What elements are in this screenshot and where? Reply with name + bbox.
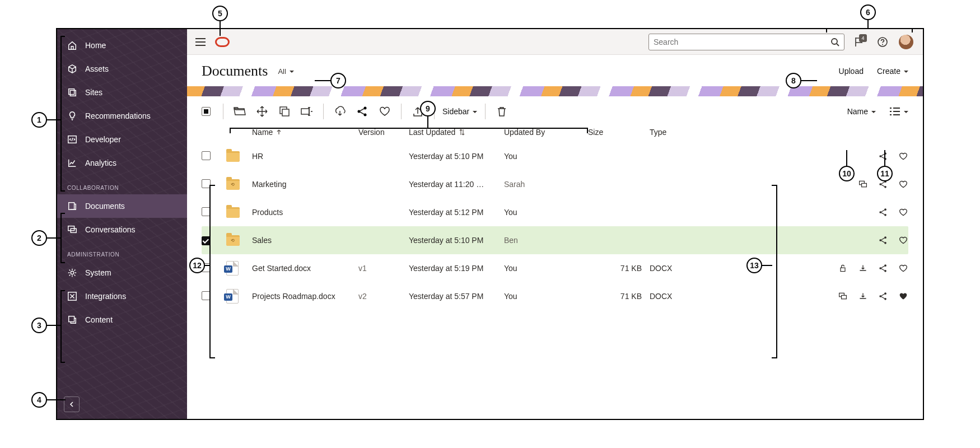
sidebar-item-analytics[interactable]: Analytics <box>57 151 187 175</box>
row-download-button[interactable] <box>858 263 868 273</box>
layers-icon <box>67 87 77 97</box>
sidebar-item-system[interactable]: System <box>57 261 187 284</box>
table-row[interactable]: W Projects Roadmap.docx v2 Yesterday at … <box>202 282 908 310</box>
sidebar-item-assets[interactable]: Assets <box>57 57 187 81</box>
fav-on-icon <box>899 292 908 301</box>
row-name: Get Started.docx <box>252 264 358 273</box>
svg-point-6 <box>71 271 73 274</box>
menu-button[interactable] <box>192 33 209 51</box>
help-button[interactable] <box>874 33 892 51</box>
col-size[interactable]: Size <box>588 128 650 137</box>
row-fav-button[interactable] <box>898 235 908 245</box>
row-fav-button[interactable] <box>898 151 908 161</box>
user-menu[interactable] <box>897 33 915 51</box>
search-input[interactable] <box>654 38 830 46</box>
table-row[interactable]: Products Yesterday at 5:12 PM You <box>202 198 908 226</box>
svg-point-9 <box>832 39 837 44</box>
row-checkbox[interactable] <box>202 179 211 188</box>
row-checkbox[interactable] <box>202 291 211 300</box>
topbar: 4 <box>187 29 923 55</box>
select-all-checkbox[interactable] <box>202 107 211 116</box>
download-button[interactable] <box>332 103 348 120</box>
table-row[interactable]: ⟲ Sales Yesterday at 5:10 PM Ben <box>202 226 908 254</box>
row-fav-button[interactable] <box>898 263 908 273</box>
row-by: Sarah <box>504 180 588 189</box>
sort-dropdown[interactable]: Name <box>847 107 876 116</box>
row-fav-on-button[interactable] <box>898 291 908 301</box>
sidebar-item-label: Home <box>85 41 106 50</box>
create-dropdown[interactable]: Create <box>877 67 908 76</box>
copy-button[interactable] <box>276 103 293 120</box>
col-type[interactable]: Type <box>650 128 717 137</box>
open-button[interactable] <box>231 103 248 120</box>
sidebar-item-sites[interactable]: Sites <box>57 81 187 104</box>
svg-point-24 <box>884 180 886 183</box>
sidebar-panel-dropdown[interactable]: Sidebar <box>442 107 477 116</box>
upload-button[interactable]: Upload <box>839 67 864 76</box>
sidebar-item-documents[interactable]: Documents <box>57 194 187 218</box>
sidebar-item-recommendations[interactable]: Recommendations <box>57 104 187 128</box>
rename-button[interactable] <box>298 103 315 120</box>
row-checkbox[interactable] <box>202 207 211 216</box>
row-fav-button[interactable] <box>898 207 908 217</box>
row-share-button[interactable] <box>878 235 888 245</box>
download-icon <box>858 292 867 301</box>
row-share-button[interactable] <box>878 179 888 189</box>
share-icon <box>879 152 888 161</box>
view-mode-dropdown[interactable] <box>889 107 908 116</box>
section-collaboration: COLLABORATION <box>57 175 187 194</box>
svg-rect-13 <box>282 109 289 116</box>
search-box[interactable] <box>648 34 844 50</box>
row-checkbox[interactable] <box>202 151 211 160</box>
row-share-button[interactable] <box>878 291 888 301</box>
row-conv-button[interactable] <box>838 291 848 301</box>
row-download-button[interactable] <box>858 291 868 301</box>
svg-point-18 <box>879 155 881 157</box>
favorite-button[interactable] <box>376 103 393 120</box>
row-type: DOCX <box>650 264 717 273</box>
move-button[interactable] <box>254 103 270 120</box>
upload-icon-button[interactable] <box>409 103 426 120</box>
table-row[interactable]: HR Yesterday at 5:10 PM You <box>202 142 908 170</box>
sidebar-item-content[interactable]: Content <box>57 308 187 332</box>
table-row[interactable]: ⟲ Marketing Yesterday at 11:20 … Sarah <box>202 170 908 198</box>
row-checkbox[interactable] <box>202 263 211 272</box>
table-row[interactable]: W Get Started.docx v1 Yesterday at 5:19 … <box>202 254 908 282</box>
help-icon <box>877 36 888 48</box>
row-checkbox[interactable] <box>202 236 211 245</box>
row-by: You <box>504 208 588 217</box>
col-updated[interactable]: Last Updated <box>409 128 504 137</box>
row-actions <box>717 263 908 273</box>
sidebar-item-label: System <box>85 268 111 277</box>
row-share-button[interactable] <box>878 151 888 161</box>
collapse-sidebar-button[interactable] <box>64 396 80 412</box>
row-actions <box>717 291 908 301</box>
cube-icon <box>67 64 77 74</box>
trash-icon <box>497 106 507 117</box>
row-conv-button[interactable] <box>858 179 868 189</box>
svg-point-27 <box>884 208 886 211</box>
svg-point-25 <box>884 186 886 188</box>
column-headers: Name Version Last Updated Updated By Siz… <box>187 127 923 142</box>
sidebar-item-developer[interactable]: Developer <box>57 128 187 151</box>
row-share-button[interactable] <box>878 263 888 273</box>
sidebar-item-integrations[interactable]: Integrations <box>57 284 187 308</box>
filter-dropdown[interactable]: All <box>278 67 293 76</box>
row-fav-button[interactable] <box>898 179 908 189</box>
col-by[interactable]: Updated By <box>504 128 588 137</box>
svg-rect-32 <box>841 268 845 271</box>
doc-icon <box>67 201 77 211</box>
delete-button[interactable] <box>493 103 510 120</box>
sidebar-item-conversations[interactable]: Conversations <box>57 218 187 241</box>
row-size: 71 KB <box>588 264 650 273</box>
col-name[interactable]: Name <box>252 128 358 137</box>
svg-point-28 <box>884 214 886 216</box>
notifications-button[interactable]: 4 <box>850 33 868 51</box>
svg-point-30 <box>884 236 886 239</box>
row-share-button[interactable] <box>878 207 888 217</box>
col-version[interactable]: Version <box>358 128 409 137</box>
sidebar-item-home[interactable]: Home <box>57 34 187 57</box>
share-link-button[interactable] <box>354 103 371 120</box>
notification-count: 4 <box>859 34 867 42</box>
row-lock-button[interactable] <box>838 263 848 273</box>
